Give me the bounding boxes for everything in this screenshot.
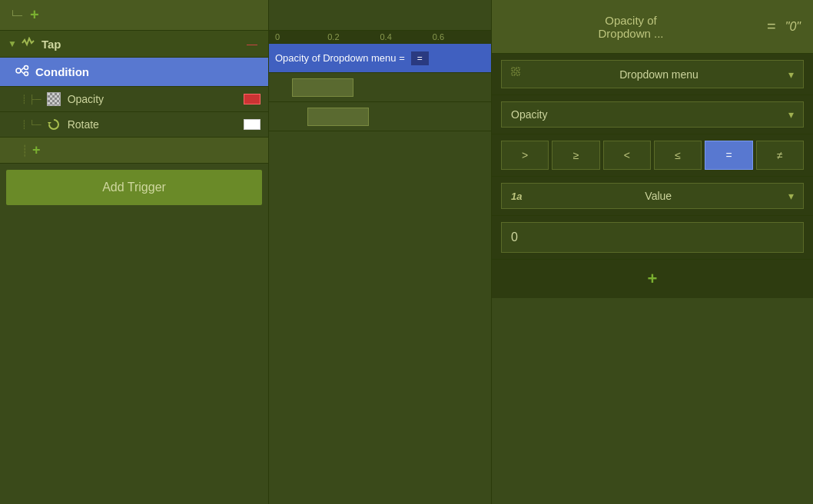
svg-rect-8 xyxy=(512,72,515,75)
dropdown-menu-section: Dropdown menu ▾ xyxy=(492,54,813,95)
right-bottom: + xyxy=(492,260,813,298)
header-equals-symbol: = xyxy=(767,18,776,35)
timeline-equals-badge: = xyxy=(411,51,429,65)
rotate-color-swatch[interactable] xyxy=(244,119,260,130)
dropdown-menu-arrow-icon: ▾ xyxy=(788,68,794,81)
value-input-section xyxy=(492,216,813,260)
top-add-row: └─ + xyxy=(0,0,268,31)
top-add-button[interactable]: + xyxy=(27,6,42,24)
svg-rect-7 xyxy=(516,68,519,71)
add-trigger-button[interactable]: Add Trigger xyxy=(6,170,262,205)
timeline-empty-area xyxy=(269,131,491,504)
opacity-tree-line: ┊ ├─ xyxy=(22,94,41,104)
tap-icon xyxy=(22,37,35,51)
dropdown-menu-select[interactable]: Dropdown menu ▾ xyxy=(501,60,804,88)
value-type-icon: 1a xyxy=(511,191,522,202)
right-empty-area xyxy=(492,298,813,504)
svg-rect-6 xyxy=(512,68,515,71)
op-lt-button[interactable]: < xyxy=(603,141,651,170)
inner-plus-row: ┊ + xyxy=(0,138,268,164)
opacity-row[interactable]: ┊ ├─ Opacity xyxy=(0,87,268,112)
timeline-opacity-row xyxy=(269,73,491,102)
condition-label: Condition xyxy=(35,65,89,78)
right-header-text: Opacity of Dropdown ... xyxy=(504,14,758,40)
value-type-section: 1a Value ▾ xyxy=(492,177,813,216)
left-panel: └─ + ▼ Tap — Condition ┊ ├─ xyxy=(0,0,269,504)
rotate-label: Rotate xyxy=(68,118,244,131)
property-dropdown[interactable]: Opacity ▾ xyxy=(501,101,804,128)
rotate-tree-line: ┊ └─ xyxy=(22,120,41,130)
left-empty-area xyxy=(0,211,268,504)
svg-point-3 xyxy=(25,66,28,70)
rotate-keyframe-block xyxy=(307,108,369,126)
svg-rect-9 xyxy=(516,72,519,75)
opacity-keyframe-block xyxy=(292,78,353,97)
svg-marker-5 xyxy=(48,122,51,124)
op-gte-button[interactable]: ≥ xyxy=(552,141,599,170)
operators-row: > ≥ < ≤ = ≠ xyxy=(492,134,813,177)
tap-label: Tap xyxy=(41,38,247,51)
tap-row[interactable]: ▼ Tap — xyxy=(0,31,268,58)
timeline-tick-labels: 0 0.2 0.4 0.6 xyxy=(269,31,491,44)
property-section: Opacity ▾ xyxy=(492,95,813,134)
right-add-button[interactable]: + xyxy=(648,269,658,289)
header-opacity-text: Opacity of xyxy=(504,14,758,27)
opacity-label: Opacity xyxy=(68,93,244,105)
rotate-icon xyxy=(46,117,61,132)
svg-line-2 xyxy=(21,71,24,74)
right-panel: Opacity of Dropdown ... = "0" Dropdown m… xyxy=(492,0,813,504)
plus-tree-line: ┊ xyxy=(22,144,28,157)
value-type-dropdown[interactable]: 1a Value ▾ xyxy=(501,183,804,209)
inner-add-button[interactable]: + xyxy=(32,142,41,158)
svg-point-0 xyxy=(16,68,21,73)
condition-row[interactable]: Condition xyxy=(0,58,268,87)
op-gt-button[interactable]: > xyxy=(501,141,549,170)
timeline-condition-text: Opacity of Dropdown menu = xyxy=(275,52,405,64)
condition-icon xyxy=(15,64,29,80)
svg-point-4 xyxy=(25,72,28,76)
header-dropdown-text: Dropdown ... xyxy=(504,27,758,40)
op-neq-button[interactable]: ≠ xyxy=(756,141,804,170)
value-input[interactable] xyxy=(501,222,804,253)
rotate-row[interactable]: ┊ └─ Rotate xyxy=(0,112,268,138)
tick-3: 0.6 xyxy=(433,32,485,41)
opacity-color-swatch[interactable] xyxy=(244,94,260,104)
tick-1: 0.2 xyxy=(327,32,380,41)
tap-dash: — xyxy=(247,38,257,50)
dropdown-menu-label: Dropdown menu xyxy=(619,68,699,81)
timeline-header-spacer xyxy=(269,0,491,31)
svg-line-1 xyxy=(21,68,24,71)
tree-line: └─ xyxy=(9,10,22,21)
dropdown-grid-icon xyxy=(511,67,523,81)
op-eq-button[interactable]: = xyxy=(705,141,752,170)
opacity-icon xyxy=(46,91,61,107)
header-value-display: "0" xyxy=(785,20,801,34)
timeline-rotate-row xyxy=(269,102,491,131)
middle-panel: 0 0.2 0.4 0.6 Opacity of Dropdown menu =… xyxy=(269,0,492,504)
tick-0: 0 xyxy=(275,32,327,41)
property-arrow-icon: ▾ xyxy=(788,108,794,121)
property-label: Opacity xyxy=(511,108,547,121)
right-header: Opacity of Dropdown ... = "0" xyxy=(492,0,813,54)
op-lte-button[interactable]: ≤ xyxy=(654,141,702,170)
value-type-label: Value xyxy=(645,190,672,202)
value-type-arrow-icon: ▾ xyxy=(788,190,794,202)
collapse-arrow-icon[interactable]: ▼ xyxy=(8,38,17,49)
tick-2: 0.4 xyxy=(380,32,433,41)
timeline-condition-row: Opacity of Dropdown menu = = xyxy=(269,44,491,73)
